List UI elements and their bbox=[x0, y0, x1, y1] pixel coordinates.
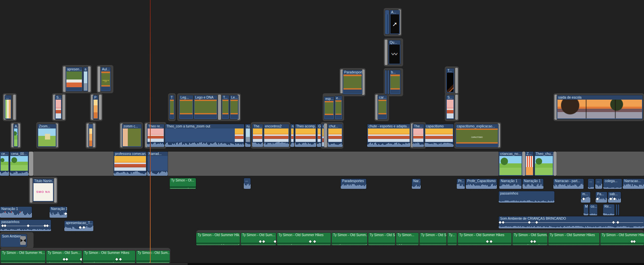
clip-the[interactable]: The... bbox=[252, 124, 263, 147]
clip-nar[interactable]: Nar... bbox=[412, 179, 421, 189]
clip-narra-o-1[interactable]: Narração 1 bbox=[499, 179, 522, 189]
clip-n[interactable]: n... bbox=[290, 124, 294, 147]
clip-profe-capacitismo[interactable]: Profe_Capacitismo bbox=[466, 179, 497, 189]
clip-ty-simon-old-summer-hikes[interactable]: Ty Simon - Old Summer Hikes bbox=[83, 251, 135, 263]
clip-pr[interactable]: Pr... bbox=[457, 179, 465, 189]
clip-b[interactable]: b... bbox=[390, 70, 400, 94]
clip-ty-simon-old-summer-hi[interactable]: Ty Simon - Old Summer Hi... bbox=[1, 251, 45, 263]
clip-ty[interactable]: Ty... bbox=[447, 233, 457, 245]
clip-unnamed[interactable]: ... bbox=[5, 95, 11, 119]
clip-som-ambien[interactable]: Som Ambien... bbox=[1, 234, 27, 247]
clip-encontros2[interactable]: encontros2 bbox=[264, 124, 289, 147]
clip-co[interactable]: co... bbox=[589, 204, 597, 215]
clip-ce[interactable]: ce... bbox=[0, 152, 9, 176]
clip-a[interactable]: A... bbox=[13, 124, 18, 147]
trim-handle[interactable] bbox=[63, 66, 66, 92]
clip-unnamed[interactable] bbox=[618, 204, 619, 215]
clip-m[interactable]: M bbox=[584, 204, 588, 215]
trim-handle[interactable] bbox=[553, 152, 556, 176]
clip-the[interactable]: The... bbox=[413, 124, 424, 147]
clip-professora-comecan[interactable]: professora comecan... bbox=[114, 152, 147, 176]
clip-ty-simon-old-summ[interactable]: Ty Simon - Old Summ... bbox=[513, 233, 547, 245]
clip-apresen[interactable]: apresen... bbox=[66, 67, 83, 91]
clip-ty-simon-old-sum[interactable]: Ty Simon - Old Sum... bbox=[136, 251, 170, 263]
clip-m[interactable]: m... bbox=[581, 192, 590, 203]
clip-som-ambiente-de-crian-as-brincando[interactable]: Som Ambiente de CRIANÇAS BRINCANDO bbox=[499, 216, 644, 228]
trim-handle[interactable] bbox=[385, 40, 387, 65]
clip-unnamed[interactable] bbox=[385, 10, 389, 34]
clip-pa[interactable]: Pa... bbox=[596, 192, 607, 203]
audio-fade-icon[interactable] bbox=[20, 236, 26, 245]
clip-narra-o-1[interactable]: Narração 1 bbox=[0, 207, 32, 218]
clip-capacitismo-explicacao[interactable]: CAPACITISMOcapacitismo_explicacao... bbox=[455, 124, 498, 147]
clip-a[interactable]: ➚A... bbox=[390, 10, 400, 34]
clip-capacitismo[interactable]: capacitismo bbox=[425, 124, 453, 147]
trim-handle[interactable] bbox=[455, 95, 458, 120]
clip-paradesportes[interactable]: Paradesportes bbox=[341, 179, 366, 189]
clip-narracao-part[interactable]: Narracao - part... bbox=[553, 179, 584, 189]
clip-lego-e-dna[interactable]: Lego e DNA bbox=[194, 95, 217, 119]
clip-ty-simon-old-summ[interactable]: Ty Simon - Old Summ... bbox=[332, 233, 367, 245]
clip-s[interactable]: S... bbox=[55, 95, 62, 119]
clip-criancas-no[interactable]: criancas_no... bbox=[499, 152, 522, 176]
clip-narra-o-1[interactable]: Narração 1 bbox=[523, 179, 543, 189]
trim-handle[interactable] bbox=[218, 95, 221, 120]
trim-handle[interactable] bbox=[54, 178, 57, 203]
clip-unnamed[interactable]: ... bbox=[595, 179, 602, 189]
clip-theo-acomp[interactable]: Theo acomp... bbox=[295, 124, 316, 147]
clip-theo-re[interactable]: Theo re... bbox=[147, 124, 164, 147]
clip-leg[interactable]: Leg... bbox=[179, 95, 193, 119]
gap-clip[interactable] bbox=[33, 152, 114, 176]
trim-handle[interactable] bbox=[93, 123, 95, 147]
trim-handle[interactable] bbox=[29, 152, 33, 176]
clip-chute-esportes-e-adapta[interactable]: chute - esportes e adapta... bbox=[367, 124, 410, 147]
trim-handle[interactable] bbox=[455, 68, 458, 93]
clip-ty-simon-old-sum[interactable]: Ty Simon - Old Sum... bbox=[241, 233, 276, 245]
clip-sab[interactable]: sab... bbox=[608, 192, 621, 203]
trim-handle[interactable] bbox=[88, 66, 91, 92]
clip-ty-simon-old-s[interactable]: Ty Simon - Old S... bbox=[420, 233, 446, 245]
clip-narracao[interactable]: Narracao... bbox=[623, 179, 644, 189]
trim-handle[interactable] bbox=[99, 95, 102, 120]
clip-aul[interactable]: UMA AULA DIFAul... bbox=[101, 67, 111, 91]
trim-handle[interactable] bbox=[62, 95, 65, 120]
clip-colega[interactable]: colega... bbox=[603, 179, 622, 189]
gap-clip[interactable] bbox=[168, 152, 499, 176]
clip-ty-simon-old-summer-hikes[interactable]: Ty Simon - Old Summer Hikes bbox=[600, 233, 644, 245]
clip-unnamed[interactable] bbox=[89, 124, 93, 147]
clip-theo-com-a-turma-zoom-out[interactable]: Theo_com a turma_zoom out bbox=[165, 124, 244, 147]
clip-ty-simon-old-s[interactable]: Ty Simon - Old S... bbox=[368, 233, 395, 245]
clip-paradesport[interactable]: Paradesport... bbox=[343, 70, 362, 94]
clip-unnamed[interactable] bbox=[385, 70, 387, 94]
clip-ru[interactable]: ru... bbox=[245, 124, 251, 147]
gap-clip[interactable] bbox=[556, 152, 644, 176]
clip-ty-simon-old-summer-hikes[interactable]: Ty Simon - Old Summer Hikes bbox=[548, 233, 599, 245]
clip-ty-simon-old-sum[interactable]: Ty Simon - Old Sum... bbox=[46, 251, 82, 263]
trim-handle[interactable] bbox=[98, 66, 100, 92]
trim-handle[interactable] bbox=[362, 69, 365, 95]
clip-narra-o-1[interactable]: Narração 1 bbox=[50, 207, 67, 218]
clip-car[interactable]: car... bbox=[378, 95, 387, 119]
clip-passarinhos[interactable]: passarinhos bbox=[0, 220, 51, 231]
clip-p[interactable]: P bbox=[93, 95, 98, 119]
clip-t[interactable]: T... bbox=[222, 95, 229, 119]
clip-le[interactable]: Le... bbox=[230, 95, 238, 119]
clip-unnamed[interactable] bbox=[616, 204, 617, 215]
clip-ty-simon-old-summer-hikes[interactable]: Ty Simon - Old Summer Hikes bbox=[277, 233, 331, 245]
trim-handle[interactable] bbox=[522, 152, 525, 176]
clip-unnamed[interactable] bbox=[387, 70, 389, 94]
clip-zomm-c[interactable]: zomm c... bbox=[122, 124, 142, 147]
clip-t[interactable]: T... bbox=[446, 68, 454, 93]
scrollbar-handle[interactable] bbox=[0, 263, 188, 265]
clip-theo-chu[interactable]: Theo_chu... bbox=[534, 152, 553, 176]
clip-rir[interactable]: Rir... bbox=[603, 204, 614, 215]
playhead[interactable] bbox=[150, 0, 151, 263]
clip-g[interactable]: G bbox=[317, 124, 321, 147]
clip-s[interactable]: S... bbox=[446, 95, 454, 119]
clip-ty-simon-old-summer-hikes[interactable]: Ty Simon - Old Summer Hikes bbox=[458, 233, 512, 245]
clip-ty-simon-old-summer-hik[interactable]: Ty Simon - Old Summer Hik... bbox=[196, 233, 240, 245]
clip-unnamed[interactable]: ... bbox=[244, 178, 251, 189]
clip-a[interactable]: a bbox=[83, 67, 88, 91]
clip-qu[interactable]: 〰Qu... bbox=[388, 40, 400, 64]
trim-handle[interactable] bbox=[30, 178, 33, 203]
